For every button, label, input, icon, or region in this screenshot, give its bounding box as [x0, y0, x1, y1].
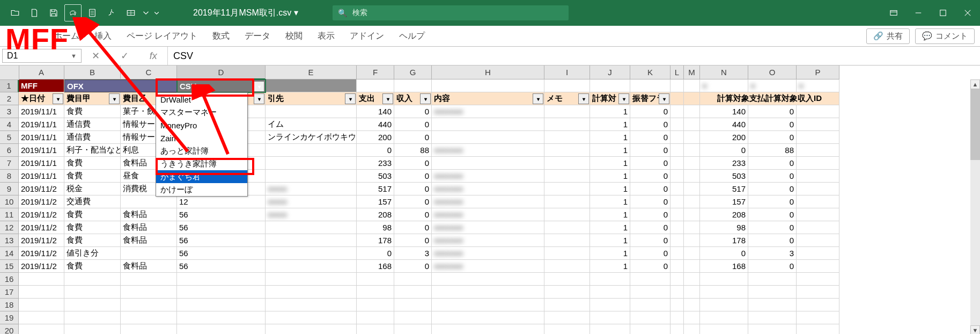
- cell[interactable]: [19, 311, 64, 324]
- cell[interactable]: [357, 273, 394, 286]
- cell[interactable]: ■■■■■■: [432, 247, 544, 260]
- cell[interactable]: [121, 286, 177, 299]
- cell[interactable]: ■■■■■■: [432, 170, 544, 183]
- cell[interactable]: 0: [748, 221, 797, 234]
- cell[interactable]: [177, 286, 266, 299]
- name-box-dropdown-icon[interactable]: ▼: [71, 53, 77, 59]
- cell[interactable]: 2019/11/1: [19, 105, 64, 118]
- cell[interactable]: 0: [630, 247, 670, 260]
- cell[interactable]: [266, 79, 357, 92]
- tab-help[interactable]: ヘルプ: [399, 31, 425, 42]
- maximize-icon[interactable]: [931, 0, 955, 26]
- qat-dropdown-icon[interactable]: [141, 3, 151, 23]
- cell[interactable]: [432, 157, 544, 170]
- cell[interactable]: 233: [357, 157, 394, 170]
- cell[interactable]: 費目甲▾: [64, 92, 121, 105]
- cell[interactable]: 食費: [64, 234, 121, 247]
- ribbon-display-icon[interactable]: [881, 0, 906, 26]
- cell[interactable]: [684, 79, 700, 92]
- filename-label[interactable]: 2019年11月MSM取引.csv ▾: [193, 8, 298, 19]
- cell[interactable]: [357, 311, 394, 324]
- row-header-7[interactable]: 7: [0, 157, 19, 170]
- cell[interactable]: 157: [700, 195, 748, 208]
- cell[interactable]: 0: [748, 157, 797, 170]
- select-all-corner[interactable]: [0, 66, 19, 80]
- cell[interactable]: 0: [748, 118, 797, 131]
- cell[interactable]: 2019/11/2: [19, 247, 64, 260]
- dropdown-item[interactable]: がまぐち君: [156, 170, 247, 183]
- cell[interactable]: [670, 234, 684, 247]
- cell[interactable]: [544, 105, 590, 118]
- cell[interactable]: [432, 118, 544, 131]
- cell[interactable]: [432, 286, 544, 299]
- cell[interactable]: [432, 299, 544, 311]
- cell[interactable]: [630, 79, 670, 92]
- cell[interactable]: [432, 311, 544, 324]
- cell[interactable]: [797, 131, 839, 144]
- vertical-scrollbar[interactable]: ▲ ▼: [970, 79, 980, 334]
- cell[interactable]: 1: [590, 183, 630, 195]
- cell[interactable]: 168: [357, 260, 394, 273]
- cell[interactable]: 食料品: [121, 221, 177, 234]
- cell[interactable]: 0: [630, 105, 670, 118]
- cell[interactable]: [590, 324, 630, 334]
- cell[interactable]: [630, 286, 670, 299]
- cell[interactable]: [684, 221, 700, 234]
- minimize-icon[interactable]: [906, 0, 931, 26]
- cell[interactable]: [266, 221, 357, 234]
- cell[interactable]: [670, 324, 684, 334]
- cell[interactable]: 2019/11/2: [19, 221, 64, 234]
- cell[interactable]: [432, 79, 544, 92]
- enter-icon[interactable]: ✓: [121, 50, 129, 62]
- cell[interactable]: 178: [700, 234, 748, 247]
- cell[interactable]: 0: [394, 260, 432, 273]
- cell[interactable]: 2019/11/1: [19, 131, 64, 144]
- cell[interactable]: [266, 170, 357, 183]
- cell[interactable]: 208: [357, 208, 394, 221]
- cell[interactable]: 2019/11/1: [19, 118, 64, 131]
- cell[interactable]: ■■■■■■: [432, 195, 544, 208]
- filter-button[interactable]: ▾: [382, 93, 393, 104]
- cell[interactable]: 0: [394, 170, 432, 183]
- cell[interactable]: [177, 324, 266, 334]
- tab-layout[interactable]: ページ レイアウト: [127, 31, 197, 42]
- row-header-8[interactable]: 8: [0, 170, 19, 183]
- cell[interactable]: 0: [394, 105, 432, 118]
- cell[interactable]: [748, 311, 797, 324]
- cell[interactable]: [670, 118, 684, 131]
- cell[interactable]: イム: [266, 118, 357, 131]
- qat-more-icon[interactable]: [151, 3, 162, 23]
- cell[interactable]: CSV▾: [177, 79, 266, 92]
- row-header-1[interactable]: 1: [0, 79, 19, 92]
- cell[interactable]: 0: [357, 144, 394, 157]
- cell[interactable]: [544, 157, 590, 170]
- cell[interactable]: ■■■■■■: [432, 183, 544, 195]
- tab-insert[interactable]: 挿入: [94, 31, 112, 42]
- cell[interactable]: [394, 311, 432, 324]
- cell[interactable]: [266, 234, 357, 247]
- cell[interactable]: 2019/11/2: [19, 195, 64, 208]
- cell[interactable]: [670, 105, 684, 118]
- cell[interactable]: 0: [630, 234, 670, 247]
- cell[interactable]: [544, 183, 590, 195]
- cell[interactable]: 1: [590, 247, 630, 260]
- cell[interactable]: [670, 157, 684, 170]
- cell[interactable]: 1: [590, 105, 630, 118]
- comment-button[interactable]: 💬コメント: [915, 28, 975, 44]
- cell[interactable]: [670, 208, 684, 221]
- cell[interactable]: 0: [748, 170, 797, 183]
- cell[interactable]: [797, 234, 839, 247]
- cell[interactable]: [684, 273, 700, 286]
- cell[interactable]: [266, 157, 357, 170]
- cell[interactable]: 208: [700, 208, 748, 221]
- cell[interactable]: OFX: [64, 79, 177, 92]
- cell[interactable]: [670, 183, 684, 195]
- cell[interactable]: 通信費: [64, 118, 121, 131]
- row-header-14[interactable]: 14: [0, 247, 19, 260]
- cell[interactable]: 0: [394, 195, 432, 208]
- column-header-F[interactable]: F: [357, 66, 394, 79]
- cell[interactable]: [684, 324, 700, 334]
- filter-button[interactable]: ▾: [420, 93, 431, 104]
- cell[interactable]: [684, 195, 700, 208]
- open-icon[interactable]: [5, 3, 25, 23]
